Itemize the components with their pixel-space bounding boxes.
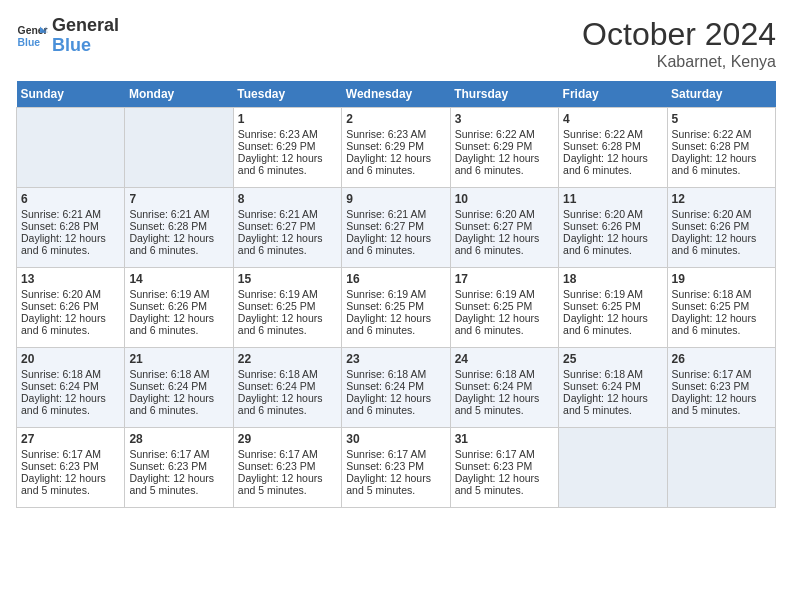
col-header-sunday: Sunday xyxy=(17,81,125,108)
sunset-text: Sunset: 6:25 PM xyxy=(455,300,554,312)
calendar-cell: 4Sunrise: 6:22 AMSunset: 6:28 PMDaylight… xyxy=(559,108,667,188)
col-header-friday: Friday xyxy=(559,81,667,108)
sunset-text: Sunset: 6:27 PM xyxy=(346,220,445,232)
sunset-text: Sunset: 6:25 PM xyxy=(672,300,771,312)
sunset-text: Sunset: 6:26 PM xyxy=(672,220,771,232)
sunrise-text: Sunrise: 6:20 AM xyxy=(563,208,662,220)
calendar-cell: 8Sunrise: 6:21 AMSunset: 6:27 PMDaylight… xyxy=(233,188,341,268)
day-number: 3 xyxy=(455,112,554,126)
sunset-text: Sunset: 6:25 PM xyxy=(563,300,662,312)
title-block: October 2024 Kabarnet, Kenya xyxy=(582,16,776,71)
week-row-4: 20Sunrise: 6:18 AMSunset: 6:24 PMDayligh… xyxy=(17,348,776,428)
sunrise-text: Sunrise: 6:20 AM xyxy=(21,288,120,300)
calendar-cell: 19Sunrise: 6:18 AMSunset: 6:25 PMDayligh… xyxy=(667,268,775,348)
svg-text:Blue: Blue xyxy=(18,36,41,47)
day-number: 11 xyxy=(563,192,662,206)
sunset-text: Sunset: 6:29 PM xyxy=(238,140,337,152)
sunset-text: Sunset: 6:24 PM xyxy=(21,380,120,392)
sunrise-text: Sunrise: 6:18 AM xyxy=(129,368,228,380)
calendar-table: SundayMondayTuesdayWednesdayThursdayFrid… xyxy=(16,81,776,508)
day-number: 21 xyxy=(129,352,228,366)
day-number: 28 xyxy=(129,432,228,446)
daylight-text: Daylight: 12 hours and 6 minutes. xyxy=(563,152,662,176)
sunset-text: Sunset: 6:25 PM xyxy=(238,300,337,312)
calendar-cell: 30Sunrise: 6:17 AMSunset: 6:23 PMDayligh… xyxy=(342,428,450,508)
sunset-text: Sunset: 6:23 PM xyxy=(129,460,228,472)
day-number: 31 xyxy=(455,432,554,446)
week-row-2: 6Sunrise: 6:21 AMSunset: 6:28 PMDaylight… xyxy=(17,188,776,268)
calendar-cell: 29Sunrise: 6:17 AMSunset: 6:23 PMDayligh… xyxy=(233,428,341,508)
sunset-text: Sunset: 6:23 PM xyxy=(238,460,337,472)
daylight-text: Daylight: 12 hours and 6 minutes. xyxy=(563,232,662,256)
calendar-cell: 5Sunrise: 6:22 AMSunset: 6:28 PMDaylight… xyxy=(667,108,775,188)
sunrise-text: Sunrise: 6:19 AM xyxy=(455,288,554,300)
sunset-text: Sunset: 6:28 PM xyxy=(563,140,662,152)
daylight-text: Daylight: 12 hours and 6 minutes. xyxy=(21,392,120,416)
sunset-text: Sunset: 6:26 PM xyxy=(563,220,662,232)
calendar-cell: 9Sunrise: 6:21 AMSunset: 6:27 PMDaylight… xyxy=(342,188,450,268)
sunrise-text: Sunrise: 6:21 AM xyxy=(21,208,120,220)
calendar-cell: 7Sunrise: 6:21 AMSunset: 6:28 PMDaylight… xyxy=(125,188,233,268)
sunset-text: Sunset: 6:23 PM xyxy=(672,380,771,392)
sunrise-text: Sunrise: 6:18 AM xyxy=(238,368,337,380)
calendar-cell: 11Sunrise: 6:20 AMSunset: 6:26 PMDayligh… xyxy=(559,188,667,268)
sunrise-text: Sunrise: 6:22 AM xyxy=(563,128,662,140)
calendar-cell: 14Sunrise: 6:19 AMSunset: 6:26 PMDayligh… xyxy=(125,268,233,348)
sunset-text: Sunset: 6:26 PM xyxy=(129,300,228,312)
calendar-cell: 3Sunrise: 6:22 AMSunset: 6:29 PMDaylight… xyxy=(450,108,558,188)
sunrise-text: Sunrise: 6:17 AM xyxy=(21,448,120,460)
daylight-text: Daylight: 12 hours and 5 minutes. xyxy=(21,472,120,496)
daylight-text: Daylight: 12 hours and 6 minutes. xyxy=(346,232,445,256)
calendar-cell: 1Sunrise: 6:23 AMSunset: 6:29 PMDaylight… xyxy=(233,108,341,188)
daylight-text: Daylight: 12 hours and 6 minutes. xyxy=(563,312,662,336)
daylight-text: Daylight: 12 hours and 6 minutes. xyxy=(238,312,337,336)
calendar-cell: 2Sunrise: 6:23 AMSunset: 6:29 PMDaylight… xyxy=(342,108,450,188)
sunset-text: Sunset: 6:25 PM xyxy=(346,300,445,312)
daylight-text: Daylight: 12 hours and 6 minutes. xyxy=(455,152,554,176)
sunrise-text: Sunrise: 6:19 AM xyxy=(238,288,337,300)
col-header-wednesday: Wednesday xyxy=(342,81,450,108)
day-number: 19 xyxy=(672,272,771,286)
sunrise-text: Sunrise: 6:18 AM xyxy=(563,368,662,380)
calendar-cell: 13Sunrise: 6:20 AMSunset: 6:26 PMDayligh… xyxy=(17,268,125,348)
sunset-text: Sunset: 6:23 PM xyxy=(455,460,554,472)
daylight-text: Daylight: 12 hours and 6 minutes. xyxy=(238,232,337,256)
daylight-text: Daylight: 12 hours and 6 minutes. xyxy=(21,232,120,256)
location: Kabarnet, Kenya xyxy=(582,53,776,71)
week-row-5: 27Sunrise: 6:17 AMSunset: 6:23 PMDayligh… xyxy=(17,428,776,508)
calendar-cell: 23Sunrise: 6:18 AMSunset: 6:24 PMDayligh… xyxy=(342,348,450,428)
calendar-cell: 17Sunrise: 6:19 AMSunset: 6:25 PMDayligh… xyxy=(450,268,558,348)
day-number: 16 xyxy=(346,272,445,286)
calendar-cell: 6Sunrise: 6:21 AMSunset: 6:28 PMDaylight… xyxy=(17,188,125,268)
daylight-text: Daylight: 12 hours and 5 minutes. xyxy=(455,472,554,496)
daylight-text: Daylight: 12 hours and 6 minutes. xyxy=(21,312,120,336)
daylight-text: Daylight: 12 hours and 5 minutes. xyxy=(238,472,337,496)
sunset-text: Sunset: 6:24 PM xyxy=(129,380,228,392)
day-number: 7 xyxy=(129,192,228,206)
sunrise-text: Sunrise: 6:17 AM xyxy=(129,448,228,460)
month-title: October 2024 xyxy=(582,16,776,53)
calendar-cell xyxy=(125,108,233,188)
sunset-text: Sunset: 6:29 PM xyxy=(346,140,445,152)
calendar-cell: 22Sunrise: 6:18 AMSunset: 6:24 PMDayligh… xyxy=(233,348,341,428)
sunrise-text: Sunrise: 6:21 AM xyxy=(129,208,228,220)
col-header-saturday: Saturday xyxy=(667,81,775,108)
day-number: 26 xyxy=(672,352,771,366)
day-number: 22 xyxy=(238,352,337,366)
day-number: 17 xyxy=(455,272,554,286)
sunrise-text: Sunrise: 6:22 AM xyxy=(672,128,771,140)
day-number: 13 xyxy=(21,272,120,286)
sunrise-text: Sunrise: 6:19 AM xyxy=(563,288,662,300)
sunrise-text: Sunrise: 6:17 AM xyxy=(455,448,554,460)
col-header-thursday: Thursday xyxy=(450,81,558,108)
sunrise-text: Sunrise: 6:18 AM xyxy=(672,288,771,300)
sunrise-text: Sunrise: 6:23 AM xyxy=(346,128,445,140)
daylight-text: Daylight: 12 hours and 6 minutes. xyxy=(346,152,445,176)
week-row-3: 13Sunrise: 6:20 AMSunset: 6:26 PMDayligh… xyxy=(17,268,776,348)
calendar-cell: 20Sunrise: 6:18 AMSunset: 6:24 PMDayligh… xyxy=(17,348,125,428)
sunset-text: Sunset: 6:23 PM xyxy=(346,460,445,472)
daylight-text: Daylight: 12 hours and 6 minutes. xyxy=(129,392,228,416)
calendar-cell: 28Sunrise: 6:17 AMSunset: 6:23 PMDayligh… xyxy=(125,428,233,508)
sunset-text: Sunset: 6:26 PM xyxy=(21,300,120,312)
sunrise-text: Sunrise: 6:19 AM xyxy=(346,288,445,300)
